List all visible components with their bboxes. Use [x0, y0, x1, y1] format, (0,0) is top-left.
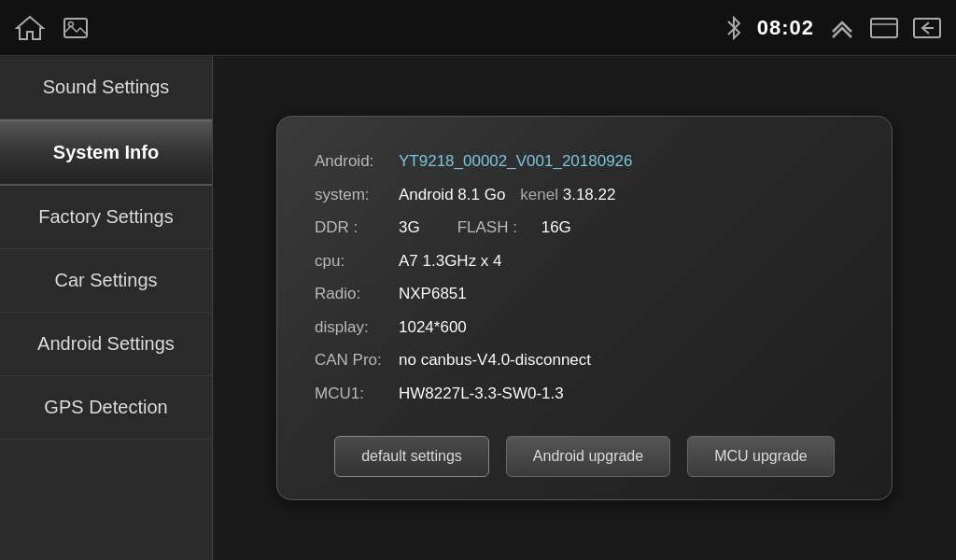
kenel-label: kenel	[520, 183, 558, 207]
can-pro-label: CAN Pro:	[315, 348, 399, 372]
main-layout: Sound Settings System Info Factory Setti…	[0, 56, 956, 560]
android-value: YT9218_00002_V001_20180926	[399, 149, 633, 174]
cpu-value: A7 1.3GHz x 4	[399, 249, 502, 273]
status-left	[15, 15, 88, 41]
cpu-label: cpu:	[315, 249, 399, 273]
system-info-card: Android: YT9218_00002_V001_20180926 syst…	[276, 116, 893, 500]
mcu1-label: MCU1:	[315, 382, 399, 406]
sidebar-item-gps-detection[interactable]: GPS Detection	[0, 376, 212, 440]
svg-rect-1	[64, 19, 87, 37]
time-display: 08:02	[757, 16, 814, 40]
android-upgrade-button[interactable]: Android upgrade	[506, 436, 670, 477]
svg-marker-0	[17, 17, 43, 39]
display-label: display:	[315, 315, 399, 340]
status-bar: 08:02	[0, 0, 956, 56]
ddr-value: 3G	[399, 216, 420, 240]
ddr-label: DDR :	[315, 216, 399, 240]
sidebar-item-android-settings[interactable]: Android Settings	[0, 313, 212, 376]
android-row: Android: YT9218_00002_V001_20180926	[315, 145, 854, 178]
display-row: display: 956*560	[315, 311, 854, 344]
sidebar-item-label: GPS Detection	[44, 397, 167, 418]
sidebar-item-label: Android Settings	[37, 333, 175, 355]
sidebar-item-label: Car Settings	[54, 270, 157, 291]
radio-label: Radio:	[315, 282, 399, 306]
window-icon[interactable]	[870, 18, 898, 38]
flash-value: 16G	[541, 216, 571, 240]
system-row: system: Android 8.1 Go kenel 3.18.22	[315, 178, 854, 212]
back-icon[interactable]	[913, 18, 941, 38]
display-value: 956*560	[399, 315, 467, 340]
cpu-row: cpu: A7 1.3GHz x 4	[315, 245, 854, 278]
sidebar-item-factory-settings[interactable]: Factory Settings	[0, 186, 212, 249]
radio-value: NXP6851	[399, 282, 467, 306]
content-area: Android: YT9218_00002_V001_20180926 syst…	[213, 56, 956, 560]
svg-rect-3	[871, 19, 897, 37]
mcu1-row: MCU1: HW8227L-3.3-SW0-1.3	[315, 377, 854, 411]
android-label: Android:	[315, 149, 399, 174]
sidebar-item-label: Sound Settings	[43, 77, 170, 98]
sidebar-item-system-info[interactable]: System Info	[0, 119, 212, 186]
mcu1-value: HW8227L-3.3-SW0-1.3	[399, 382, 564, 406]
system-label: system:	[315, 183, 399, 207]
radio-row: Radio: NXP6851	[315, 277, 854, 311]
system-value: Android 8.1 Go	[399, 183, 505, 207]
can-pro-row: CAN Pro: no canbus-V4.0-disconnect	[315, 343, 854, 377]
flash-label: FLASH :	[457, 216, 541, 240]
mcu-upgrade-button[interactable]: MCU upgrade	[687, 436, 835, 477]
bluetooth-icon	[725, 16, 742, 40]
info-table: Android: YT9218_00002_V001_20180926 syst…	[315, 145, 854, 410]
home-icon[interactable]	[15, 15, 45, 41]
sidebar-item-car-settings[interactable]: Car Settings	[0, 249, 212, 313]
sidebar-item-sound-settings[interactable]: Sound Settings	[0, 56, 212, 119]
sidebar: Sound Settings System Info Factory Setti…	[0, 56, 213, 560]
action-buttons: default settings Android upgrade MCU upg…	[315, 436, 854, 477]
can-pro-value: no canbus-V4.0-disconnect	[399, 348, 591, 372]
image-icon[interactable]	[63, 18, 88, 38]
sidebar-item-label: Factory Settings	[38, 206, 174, 228]
sidebar-item-label: System Info	[53, 142, 159, 163]
default-settings-button[interactable]: default settings	[334, 436, 489, 477]
ddr-flash-row: DDR : 3G FLASH : 16G	[315, 211, 854, 245]
nav-up-icon[interactable]	[829, 15, 855, 41]
kenel-value: 3.18.22	[563, 183, 616, 207]
status-right: 08:02	[725, 15, 941, 41]
